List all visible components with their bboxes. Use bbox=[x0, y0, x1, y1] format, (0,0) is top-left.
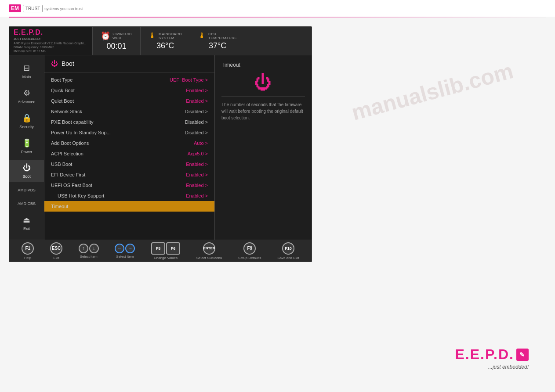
temperature-label: TEMPERATURE bbox=[208, 36, 237, 40]
mainboard-label: MAINBOARD bbox=[159, 32, 182, 36]
f9-label: Setup Defaults bbox=[238, 256, 261, 260]
boot-row-value-3: Disabled > bbox=[185, 109, 208, 114]
nav-label-boot: Boot bbox=[22, 174, 31, 179]
footer-key-f5f6[interactable]: F5 F6 Change Values bbox=[151, 242, 180, 260]
boot-row-value-2: Enabled > bbox=[186, 98, 208, 104]
footer-key-f9[interactable]: F9 Setup Defaults bbox=[238, 242, 261, 260]
leftright-label: Select Item bbox=[116, 255, 134, 259]
nav-item-amd-cbs[interactable]: AMD CBS bbox=[9, 198, 44, 209]
nav-item-power[interactable]: 🔋 Power bbox=[9, 135, 44, 158]
f10-key[interactable]: F10 bbox=[282, 242, 294, 255]
cpu-label: CPU bbox=[208, 32, 237, 36]
bios-logo-sub: JUST EMBEDDED! bbox=[14, 37, 88, 40]
nav-label-power: Power bbox=[21, 150, 33, 154]
eepd-logo-text: E.E.P.D. ✎ bbox=[455, 346, 529, 363]
f1-key[interactable]: F1 bbox=[22, 242, 34, 255]
boot-row-12[interactable]: Timeout bbox=[44, 201, 214, 212]
timeout-power-icon: ⏻ bbox=[221, 72, 305, 92]
boot-row-value-6: Auto > bbox=[194, 140, 208, 146]
advanced-icon: ⚙ bbox=[23, 88, 30, 98]
nav-item-security[interactable]: 🔒 Security bbox=[9, 110, 44, 133]
boot-icon: ⏻ bbox=[23, 163, 31, 173]
f5f6-label: Change Values bbox=[154, 256, 178, 260]
down-arrow[interactable]: ↓ bbox=[89, 244, 99, 253]
bios-nav: ⊟ Main ⚙ Advanced 🔒 Security 🔋 Power ⏻ bbox=[9, 55, 44, 240]
boot-row-9[interactable]: EFI Device FirstEnabled > bbox=[44, 169, 214, 180]
trust-label: TRUST bbox=[23, 5, 43, 12]
boot-row-label-10: UEFI OS Fast Boot bbox=[51, 183, 92, 188]
bios-screen: E.E.P.D. JUST EMBEDDED! AMD Ryzen Embedd… bbox=[9, 26, 312, 262]
nav-label-amd-cbs: AMD CBS bbox=[18, 201, 36, 206]
nav-item-amd-pbs[interactable]: AMD PBS bbox=[9, 184, 44, 196]
nav-item-main[interactable]: ⊟ Main bbox=[9, 60, 44, 83]
boot-row-label-0: Boot Type bbox=[51, 77, 73, 83]
updown-label: Select Item bbox=[80, 255, 98, 259]
nav-item-boot[interactable]: ⏻ Boot bbox=[9, 160, 44, 182]
boot-row-5[interactable]: Power Up In Standby Sup...Disabled > bbox=[44, 127, 214, 138]
nav-item-exit[interactable]: ⏏ Exit bbox=[9, 212, 44, 234]
top-bar: EM TRUST systems you can trust bbox=[0, 0, 555, 17]
mainboard-block: 🌡 MAINBOARD SYSTEM 36°C bbox=[141, 27, 190, 55]
boot-row-label-5: Power Up In Standby Sup... bbox=[51, 130, 111, 135]
boot-row-6[interactable]: Add Boot OptionsAuto > bbox=[44, 138, 214, 148]
bios-body: ⊟ Main ⚙ Advanced 🔒 Security 🔋 Power ⏻ bbox=[9, 55, 312, 240]
timeout-desc: The number of seconds that the firmware … bbox=[221, 101, 305, 121]
main-icon: ⊟ bbox=[23, 63, 30, 73]
boot-row-10[interactable]: UEFI OS Fast BootEnabled > bbox=[44, 180, 214, 191]
date-block: ⏰ 2020/01/01 WED 00:01 bbox=[93, 27, 141, 55]
boot-row-11[interactable]: USB Hot Key SupportEnabled > bbox=[44, 191, 214, 201]
em-trust-logo: EM TRUST systems you can trust bbox=[9, 4, 83, 12]
boot-row-4[interactable]: PXE Boot capabilityDisabled > bbox=[44, 117, 214, 127]
boot-row-label-6: Add Boot Options bbox=[51, 140, 89, 146]
nav-item-advanced[interactable]: ⚙ Advanced bbox=[9, 85, 44, 108]
boot-title: ⏻ Boot bbox=[44, 55, 214, 72]
timeout-title: Timeout bbox=[221, 62, 305, 68]
nav-label-amd-pbs: AMD PBS bbox=[18, 188, 36, 192]
up-arrow[interactable]: ↑ bbox=[79, 244, 88, 253]
footer-key-leftright[interactable]: ← → Select Item bbox=[115, 244, 135, 259]
footer-key-updown[interactable]: ↑ ↓ Select Item bbox=[79, 244, 99, 259]
em-label: EM bbox=[9, 4, 21, 12]
esc-key[interactable]: ESC bbox=[50, 242, 62, 255]
f9-key[interactable]: F9 bbox=[243, 242, 256, 255]
nav-label-main: Main bbox=[22, 75, 31, 79]
boot-row-value-9: Enabled > bbox=[186, 172, 208, 177]
leftright-arrows: ← → bbox=[115, 244, 135, 253]
boot-row-label-9: EFI Device First bbox=[51, 172, 85, 177]
boot-row-8[interactable]: USB BootEnabled > bbox=[44, 159, 214, 169]
date-label: 2020/01/01 bbox=[112, 32, 132, 36]
boot-row-label-12: Timeout bbox=[51, 204, 68, 209]
boot-row-1[interactable]: Quick BootEnabled > bbox=[44, 85, 214, 96]
enter-key[interactable]: ENTER bbox=[203, 242, 215, 255]
boot-row-value-11: Enabled > bbox=[186, 193, 208, 198]
footer-key-enter[interactable]: ENTER Select SubMenu bbox=[196, 242, 222, 260]
left-arrow[interactable]: ← bbox=[115, 244, 124, 253]
right-arrow[interactable]: → bbox=[125, 244, 135, 253]
boot-row-2[interactable]: Quiet BootEnabled > bbox=[44, 96, 214, 106]
bios-logo-text: E.E.P.D. bbox=[14, 29, 88, 36]
main-content: E.E.P.D. JUST EMBEDDED! AMD Ryzen Embedd… bbox=[0, 18, 555, 271]
info-panel: Timeout ⏻ The number of seconds that the… bbox=[215, 55, 312, 240]
footer-key-f1[interactable]: F1 Help bbox=[22, 242, 34, 260]
boot-row-3[interactable]: Network StackDisabled > bbox=[44, 106, 214, 117]
cpu-temp: 37°C bbox=[209, 41, 226, 50]
boot-row-label-1: Quick Boot bbox=[51, 88, 75, 93]
nav-label-advanced: Advanced bbox=[18, 100, 35, 104]
bios-footer: F1 Help ESC Exit ↑ ↓ Select Item ← → Sel… bbox=[9, 240, 312, 262]
footer-key-esc[interactable]: ESC Exit bbox=[50, 242, 62, 260]
boot-row-value-4: Disabled > bbox=[185, 119, 208, 125]
boot-row-7[interactable]: ACPI SelectionAcpi5.0 > bbox=[44, 148, 214, 159]
footer-key-f10[interactable]: F10 Save and Exit bbox=[277, 242, 299, 260]
boot-row-label-11: USB Hot Key Support bbox=[51, 193, 104, 198]
esc-label: Exit bbox=[53, 256, 59, 260]
bios-main: ⏻ Boot Boot TypeUEFI Boot Type >Quick Bo… bbox=[44, 55, 312, 240]
bios-logo-area: E.E.P.D. JUST EMBEDDED! AMD Ryzen Embedd… bbox=[9, 27, 93, 55]
nav-label-exit: Exit bbox=[23, 227, 30, 231]
f5-key[interactable]: F5 bbox=[151, 242, 165, 255]
boot-row-value-1: Enabled > bbox=[186, 88, 208, 93]
f6-key[interactable]: F6 bbox=[166, 242, 180, 255]
system-label: SYSTEM bbox=[159, 36, 182, 40]
boot-row-0[interactable]: Boot TypeUEFI Boot Type > bbox=[44, 75, 214, 85]
boot-row-label-8: USB Boot bbox=[51, 162, 72, 167]
boot-row-value-8: Enabled > bbox=[186, 162, 208, 167]
